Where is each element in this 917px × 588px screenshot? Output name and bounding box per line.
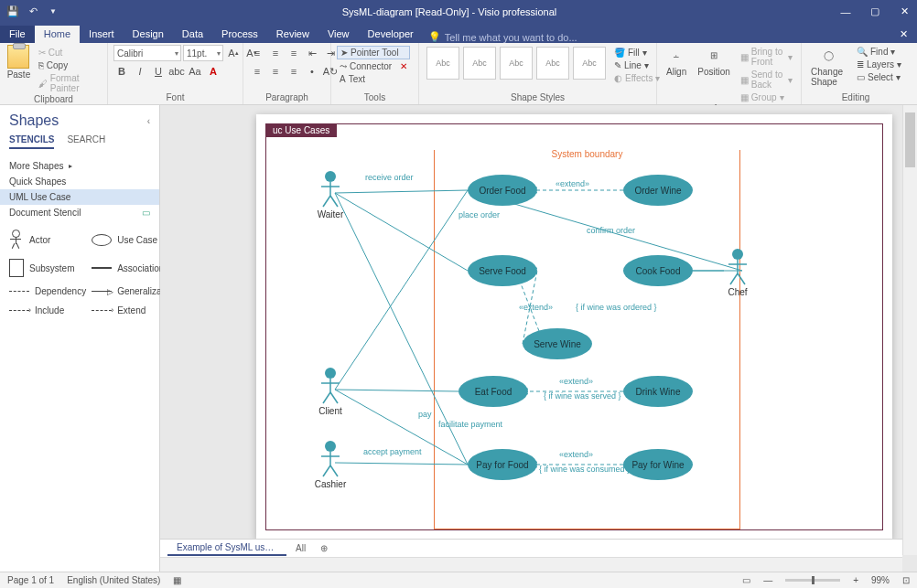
document-stencil-item[interactable]: Document Stencil▭ [9,205,150,220]
tab-review[interactable]: Review [267,26,318,43]
canvas-area[interactable]: uc Use Cases System boundary WaiterClien… [160,105,917,572]
format-painter-button[interactable]: 🖌Format Painter [36,72,102,94]
align-button[interactable]: ⫠Align [663,45,690,103]
text-tool-button[interactable]: AText [337,73,410,85]
line-button[interactable]: ✎Line ▾ [611,59,663,71]
zoom-in-button[interactable]: + [853,575,858,585]
save-icon[interactable]: 💾 [5,5,20,19]
copy-button[interactable]: ⎘Copy [36,59,102,71]
ribbon-close-doc[interactable]: ✕ [890,26,917,43]
tab-process[interactable]: Process [212,26,267,43]
send-to-back-button[interactable]: ▦ Send to Back ▾ [738,69,795,91]
style-thumb[interactable]: Abc [426,47,459,80]
delete-connector-icon[interactable]: ✕ [400,61,407,71]
bullets-button[interactable]: • [304,63,320,80]
usecase-drink_wine[interactable]: Drink Wine [623,376,693,407]
usecase-cook_food[interactable]: Cook Food [623,255,693,286]
bold-button[interactable]: B [113,63,130,80]
font-size-combo[interactable]: 11pt. [183,45,223,61]
actor-client[interactable]: Client [312,367,349,416]
sheet-tab[interactable]: Example of SysML use ca... [167,540,286,556]
find-button[interactable]: 🔍Find ▾ [854,46,904,58]
align-bot-button[interactable]: ≡ [286,45,302,61]
search-tab[interactable]: SEARCH [67,134,105,149]
underline-button[interactable]: U [150,63,167,80]
tab-developer[interactable]: Developer [359,26,423,43]
select-button[interactable]: ▭Select ▾ [854,71,904,83]
tab-design[interactable]: Design [124,26,173,43]
font-color-button[interactable]: A [205,63,221,80]
horizontal-scrollbar[interactable] [160,557,902,572]
paste-button[interactable]: Paste [5,45,32,94]
align-mid-button[interactable]: ≡ [267,45,284,61]
actor-cashier[interactable]: Cashier [312,440,349,489]
shape-style-gallery[interactable]: Abc Abc Abc Abc Abc [425,45,608,92]
palette-inc[interactable]: ›Include [9,305,86,315]
style-thumb[interactable]: Abc [573,47,606,80]
style-thumb[interactable]: Abc [500,47,533,80]
quick-shapes-item[interactable]: Quick Shapes [9,174,150,189]
tab-home[interactable]: Home [35,26,80,43]
position-button[interactable]: ⊞Position [694,45,734,103]
add-sheet-button[interactable]: ⊕ [315,541,333,555]
zoom-level[interactable]: 99% [871,575,890,585]
usecase-serve_food[interactable]: Serve Food [468,255,537,286]
layers-button[interactable]: ≣Layers ▾ [854,59,904,70]
tab-file[interactable]: File [0,26,35,43]
minimize-button[interactable]: — [838,5,853,19]
usecase-eat_food[interactable]: Eat Food [458,376,528,407]
palette-dep[interactable]: Dependency [9,286,86,296]
usecase-serve_wine[interactable]: Serve Wine [523,328,592,359]
stencils-tab[interactable]: STENCILS [9,134,54,149]
text-case-button[interactable]: Aa [187,63,203,80]
palette-subsys[interactable]: Subsystem [9,259,86,277]
all-sheets-button[interactable]: All [286,541,315,555]
pointer-tool-button[interactable]: ➤Pointer Tool [337,46,410,59]
indent-dec-button[interactable]: ⇤ [304,45,320,61]
fill-button[interactable]: 🪣Fill ▾ [611,47,663,59]
style-thumb[interactable]: Abc [463,47,496,80]
macro-icon[interactable]: ▦ [173,575,181,585]
tell-me-search[interactable]: 💡Tell me what you want to do... [423,31,577,43]
presentation-mode-button[interactable]: ▭ [742,575,750,585]
collapse-pane-button[interactable]: ‹ [147,116,150,126]
strike-button[interactable]: abc [168,63,185,80]
actor-chef[interactable]: Chef [719,248,756,297]
grow-font-button[interactable]: A▴ [225,45,242,61]
bring-to-front-button[interactable]: ▦ Bring to Front ▾ [738,46,795,68]
connector-tool-button[interactable]: ⤳Connector✕ [337,60,410,72]
style-thumb[interactable]: Abc [536,47,569,80]
font-name-combo[interactable]: Calibri [113,45,181,61]
usecase-frame[interactable]: uc Use Cases System boundary WaiterClien… [265,123,883,530]
vertical-scrollbar[interactable] [902,105,917,555]
zoom-slider[interactable] [785,579,840,582]
fit-page-button[interactable]: ⊡ [902,575,910,585]
align-left-button[interactable]: ≡ [249,63,265,80]
palette-actor[interactable]: Actor [9,230,86,250]
qat-dropdown[interactable]: ▼ [46,5,60,19]
italic-button[interactable]: I [132,63,148,80]
effects-button[interactable]: ◐Effects ▾ [611,72,663,84]
cut-button[interactable]: ✂Cut [36,47,102,59]
align-right-button[interactable]: ≡ [286,63,302,80]
actor-waiter[interactable]: Waiter [312,170,349,219]
more-shapes-item[interactable]: More Shapes▸ [9,158,150,174]
change-shape-button[interactable]: ◯Change Shape [807,45,850,92]
usecase-order_food[interactable]: Order Food [468,175,537,206]
drawing-page[interactable]: uc Use Cases System boundary WaiterClien… [256,114,892,540]
group-button[interactable]: ▦ Group ▾ [738,91,795,103]
zoom-out-button[interactable]: — [763,575,772,585]
language-indicator[interactable]: English (United States) [67,575,160,585]
align-top-button[interactable]: ≡ [249,45,265,61]
align-center-button[interactable]: ≡ [267,63,284,80]
tab-view[interactable]: View [318,26,359,43]
uml-usecase-stencil[interactable]: UML Use Case [0,189,159,205]
tab-insert[interactable]: Insert [80,26,124,43]
usecase-order_wine[interactable]: Order Wine [623,175,693,206]
maximize-button[interactable]: ▢ [868,5,882,19]
close-button[interactable]: ✕ [897,5,912,19]
undo-icon[interactable]: ↶ [26,5,40,19]
usecase-pay_food[interactable]: Pay for Food [468,449,537,480]
usecase-pay_wine[interactable]: Pay for Wine [623,449,693,480]
tab-data[interactable]: Data [173,26,212,43]
